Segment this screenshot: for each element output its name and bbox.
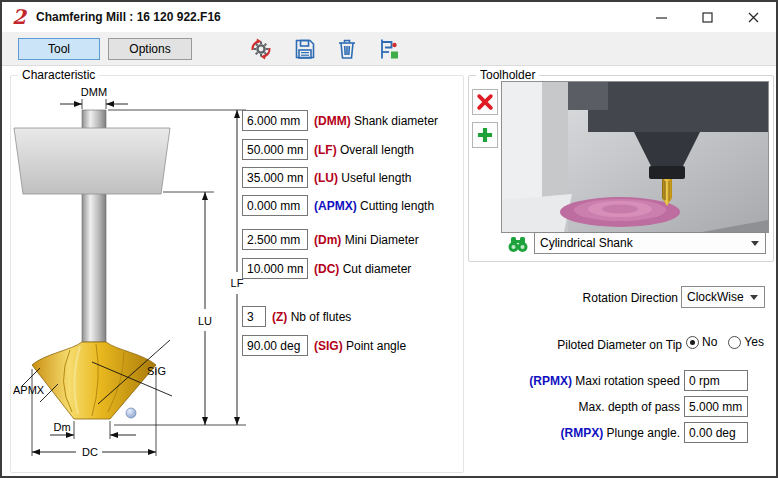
shank-type-value: Cylindrical Shank <box>540 236 633 250</box>
mini-diameter-input[interactable] <box>242 229 308 250</box>
overall-length-label: (LF) Overall length <box>314 143 414 157</box>
window-title: Chamfering Mill : 16 120 922.F16 <box>36 10 221 24</box>
options-tab-label: Options <box>129 42 170 56</box>
flutes-count-label: (Z) Nb of flutes <box>272 310 351 324</box>
minimize-button[interactable] <box>638 2 684 32</box>
save-icon <box>293 37 317 61</box>
delete-button[interactable] <box>332 35 362 63</box>
trash-icon <box>335 37 359 61</box>
options-tab-button[interactable]: Options <box>108 38 192 60</box>
piloted-diameter-label: Piloted Diameter on Tip <box>557 338 682 352</box>
apmx-dimension-label: APMX <box>13 384 45 396</box>
piloted-no-label[interactable]: No <box>702 335 717 349</box>
max-depth-of-pass-label: Max. depth of pass <box>579 400 680 414</box>
shank-diameter-label: (DMM) Shank diameter <box>314 114 438 128</box>
toolbar: Tool Options <box>2 32 776 66</box>
tool-measure-icon <box>377 37 401 61</box>
tool-holder-block <box>14 128 170 194</box>
shank-type-icon <box>506 234 530 254</box>
chevron-down-icon <box>750 295 758 300</box>
cutting-length-input[interactable] <box>242 195 308 216</box>
close-button[interactable] <box>730 2 776 32</box>
rotation-direction-value: ClockWise <box>687 290 744 304</box>
point-angle-label: (SIG) Point angle <box>314 339 406 353</box>
app-logo: 2 <box>12 5 26 29</box>
maximize-button[interactable] <box>684 2 730 32</box>
piloted-yes-label[interactable]: Yes <box>744 335 764 349</box>
settings-button[interactable] <box>246 35 276 63</box>
gears-icon <box>249 37 273 61</box>
useful-length-label: (LU) Useful length <box>314 171 411 185</box>
sig-dimension-label: SIG <box>147 365 166 377</box>
tool-tab-button[interactable]: Tool <box>18 38 100 60</box>
lu-dimension-label: LU <box>198 315 212 327</box>
piloted-no-radio[interactable] <box>686 336 699 349</box>
piloted-yes-radio[interactable] <box>728 336 741 349</box>
cutting-length-label: (APMX) Cutting length <box>314 199 434 213</box>
point-angle-input[interactable] <box>242 335 308 356</box>
diagram-handle-dot[interactable] <box>126 408 136 418</box>
plunge-angle-input[interactable] <box>684 422 748 443</box>
cut-diameter-label: (DC) Cut diameter <box>314 262 411 276</box>
tool-tab-label: Tool <box>48 42 70 56</box>
shank-type-combo[interactable]: Cylindrical Shank <box>534 232 766 254</box>
minimize-icon <box>656 12 667 23</box>
plunge-angle-label: (RMPX) Plunge angle. <box>561 426 680 440</box>
max-rotation-speed-label: (RPMX) Maxi rotation speed <box>529 374 680 388</box>
close-icon <box>748 12 759 23</box>
flutes-count-input[interactable] <box>242 306 266 327</box>
tool-measure-button[interactable] <box>374 35 404 63</box>
shank-diameter-input[interactable] <box>242 110 308 131</box>
mini-diameter-label: (Dm) Mini Diameter <box>314 233 419 247</box>
piloted-radio-group: No Yes <box>686 335 764 349</box>
max-depth-of-pass-input[interactable] <box>684 396 748 417</box>
rotation-direction-combo[interactable]: ClockWise <box>681 286 765 308</box>
characteristic-title: Characteristic <box>18 68 99 82</box>
tool-definition-window: 2 Chamfering Mill : 16 120 922.F16 Tool … <box>0 0 778 478</box>
overall-length-input[interactable] <box>242 139 308 160</box>
red-x-icon <box>475 92 495 112</box>
add-toolholder-button[interactable] <box>472 122 498 148</box>
titlebar: 2 Chamfering Mill : 16 120 922.F16 <box>2 2 776 32</box>
rotation-direction-label: Rotation Direction <box>583 291 678 305</box>
toolholder-title: Toolholder <box>476 68 539 82</box>
dm-dimension-label: Dm <box>53 421 70 433</box>
save-button[interactable] <box>290 35 320 63</box>
dc-dimension-label: DC <box>82 446 98 458</box>
max-rotation-speed-input[interactable] <box>684 370 748 391</box>
maximize-icon <box>702 12 713 23</box>
chevron-down-icon <box>751 241 759 246</box>
plus-icon <box>475 125 495 145</box>
useful-length-input[interactable] <box>242 167 308 188</box>
toolholder-preview-render <box>502 82 768 232</box>
cut-diameter-input[interactable] <box>242 258 308 279</box>
toolholder-preview <box>501 81 769 233</box>
remove-toolholder-button[interactable] <box>472 89 498 115</box>
dmm-dimension-label: DMM <box>81 86 107 98</box>
